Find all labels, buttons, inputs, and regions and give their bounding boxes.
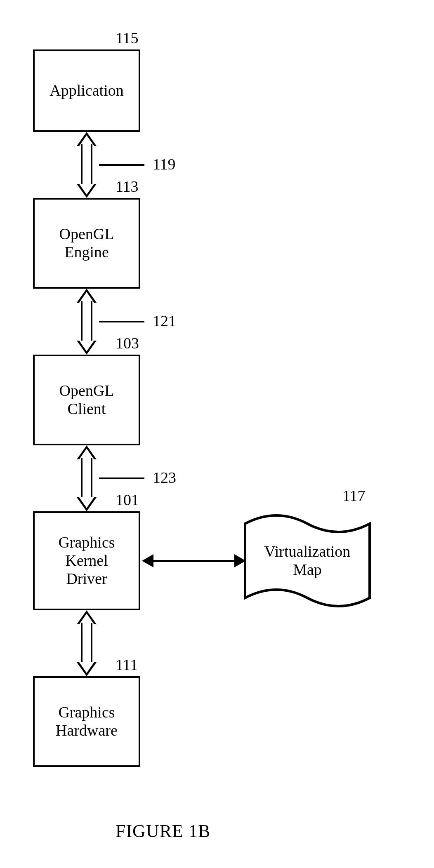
leader-121 xyxy=(99,321,144,322)
arrowhead-left-icon xyxy=(142,554,153,567)
graphics-hardware-label: Graphics Hardware xyxy=(56,703,118,739)
label-101: 101 xyxy=(116,491,139,509)
figure-caption: FIGURE 1B xyxy=(116,821,210,842)
opengl-engine-box: OpenGL Engine xyxy=(33,198,140,289)
label-123: 123 xyxy=(153,468,176,487)
opengl-client-box: OpenGL Client xyxy=(33,355,140,445)
arrow-123 xyxy=(74,445,99,511)
virtualization-map-box: Virtualization Map xyxy=(243,511,371,610)
label-113: 113 xyxy=(116,177,139,195)
leader-119 xyxy=(99,164,144,166)
label-103: 103 xyxy=(116,334,139,352)
application-label: Application xyxy=(50,82,123,100)
opengl-client-label: OpenGL Client xyxy=(59,382,114,418)
arrow-121 xyxy=(74,289,99,355)
arrow-driver-hardware xyxy=(74,610,99,676)
opengl-engine-label: OpenGL Engine xyxy=(59,225,114,261)
label-117: 117 xyxy=(342,487,366,505)
diagram-canvas: Application 115 OpenGL Engine 113 OpenGL… xyxy=(0,0,434,868)
application-box: Application xyxy=(33,49,140,132)
graphics-kernel-driver-box: Graphics Kernel Driver xyxy=(33,511,140,610)
label-119: 119 xyxy=(153,155,176,173)
label-111: 111 xyxy=(116,656,138,674)
leader-123 xyxy=(99,478,144,479)
label-115: 115 xyxy=(116,29,139,47)
arrow-driver-map xyxy=(153,560,235,562)
graphics-hardware-box: Graphics Hardware xyxy=(33,676,140,767)
arrow-119 xyxy=(74,132,99,198)
virtualization-map-label: Virtualization Map xyxy=(264,543,351,579)
label-121: 121 xyxy=(153,312,176,330)
arrowhead-right-icon xyxy=(234,554,246,567)
graphics-kernel-driver-label: Graphics Kernel Driver xyxy=(58,534,115,588)
